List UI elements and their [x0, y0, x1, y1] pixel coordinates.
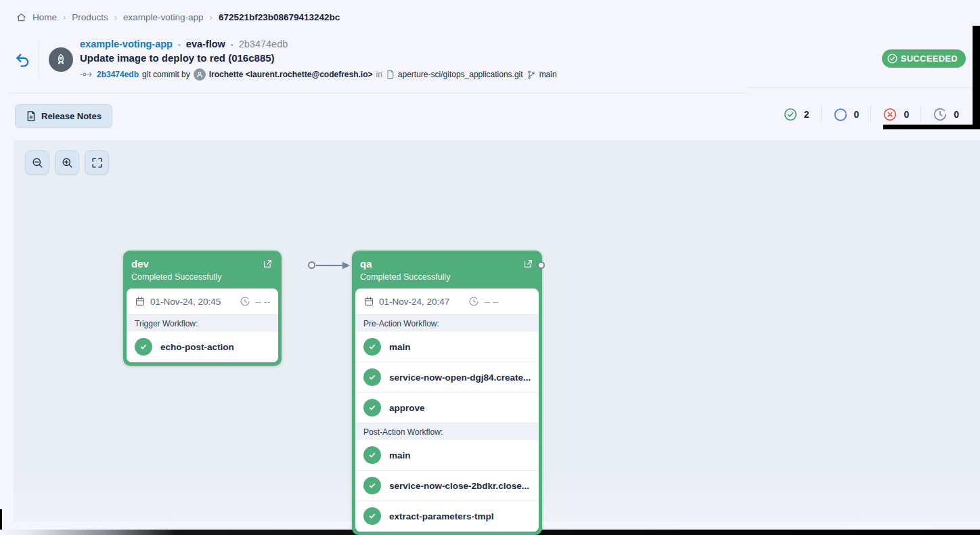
stage-date-row: 01-Nov-24, 20:45 -- --	[127, 288, 278, 315]
connector-dot[interactable]	[308, 261, 315, 269]
back-icon	[14, 51, 31, 69]
stage-sections: Trigger Workflow:echo-post-action	[127, 315, 278, 362]
check-circle-icon	[887, 53, 898, 64]
stage-sections: Pre-Action Workflow:mainservice-now-open…	[355, 315, 539, 532]
stage-node-dev[interactable]: dev Completed Successfully 01-Nov-24, 20…	[123, 251, 282, 366]
fit-view-icon	[91, 156, 104, 169]
flow-name: eva-flow	[186, 39, 225, 49]
back-button[interactable]	[14, 51, 31, 69]
workflow-item[interactable]: service-now-close-2bdkr.close...	[355, 471, 539, 501]
breadcrumb-products[interactable]: Products	[72, 12, 108, 22]
breadcrumb-separator: ›	[63, 12, 66, 22]
counter-failed[interactable]: 0	[871, 107, 920, 122]
stage-node-qa[interactable]: qa Completed Successfully 01-Nov-24, 20:…	[352, 251, 542, 535]
release-header-row: example-voting-app • eva-flow • 2b3474ed…	[80, 39, 557, 49]
breadcrumb-separator: ›	[210, 12, 213, 22]
commit-sha-link[interactable]: 2b3474edb	[97, 70, 139, 79]
author-avatar	[194, 68, 206, 81]
fit-view-button[interactable]	[85, 150, 109, 175]
check-circle-icon	[783, 107, 798, 122]
counter-value: 0	[954, 109, 959, 120]
stage-date: 01-Nov-24, 20:47	[379, 297, 449, 307]
clock-icon	[933, 107, 948, 122]
commit-repo[interactable]: aperture-sci/gitops_applications.git	[398, 70, 523, 79]
commit-in-label: in	[376, 70, 382, 79]
stage-name: qa	[360, 257, 534, 270]
workflow-item-label: approve	[389, 403, 425, 413]
workflow-section-label: Post-Action Workflow:	[355, 423, 539, 440]
app-link[interactable]: example-voting-app	[80, 39, 173, 49]
branch-icon	[527, 70, 536, 80]
workflow-item-label: main	[389, 450, 411, 461]
stage-node-header: qa Completed Successfully	[352, 251, 542, 288]
stage-node-body: 01-Nov-24, 20:47 -- -- Pre-Action Workfl…	[355, 288, 539, 532]
document-icon	[26, 110, 36, 122]
status-badge: SUCCEEDED	[882, 49, 966, 68]
dot-separator: •	[231, 41, 233, 49]
repo-icon	[386, 70, 395, 79]
workflow-item[interactable]: service-now-open-dgj84.create...	[355, 362, 539, 393]
check-circle-icon	[135, 338, 152, 356]
workflow-item-label: extract-parameters-tmpl	[389, 511, 494, 521]
check-circle-icon	[363, 446, 381, 464]
calendar-icon	[363, 296, 374, 307]
release-commit-short: 2b3474edb	[239, 39, 288, 49]
stage-duration: -- --	[255, 297, 270, 307]
workflow-item-label: service-now-open-dgj84.create...	[389, 372, 531, 383]
calendar-icon	[135, 296, 146, 307]
commit-author: lrochette <laurent.rochette@codefresh.io…	[209, 70, 373, 79]
stage-node-body: 01-Nov-24, 20:45 -- -- Trigger Workflow:…	[127, 288, 278, 362]
counter-value: 2	[804, 109, 809, 120]
commit-info-row: 2b3474edb git commit by lrochette <laure…	[80, 68, 557, 81]
check-circle-icon	[363, 477, 381, 494]
stage-node-header: dev Completed Successfully	[123, 251, 282, 288]
stage-duration: -- --	[484, 297, 499, 307]
workflow-item[interactable]: main	[355, 332, 539, 362]
workflow-item-label: echo-post-action	[160, 342, 234, 352]
workflow-item[interactable]: approve	[355, 393, 539, 423]
counter-pending[interactable]: 0	[921, 107, 971, 122]
check-circle-icon	[363, 399, 381, 416]
breadcrumb-app[interactable]: example-voting-app	[123, 12, 204, 22]
zoom-out-button[interactable]	[25, 150, 49, 175]
counter-running[interactable]: 0	[822, 107, 871, 122]
check-circle-icon	[363, 338, 381, 356]
zoom-in-button[interactable]	[55, 150, 79, 175]
breadcrumb-release-id: 672521bf23b08679413242bc	[219, 12, 340, 22]
canvas-zoom-controls	[25, 150, 109, 175]
user-avatar-icon	[196, 70, 204, 79]
counter-succeeded[interactable]: 2	[772, 107, 821, 122]
workflow-section-label: Trigger Workflow:	[127, 315, 278, 332]
error-circle-icon	[883, 107, 897, 122]
home-icon[interactable]	[16, 12, 26, 22]
breadcrumb-separator: ›	[114, 12, 117, 22]
workflow-item[interactable]: echo-post-action	[127, 332, 278, 362]
counter-value: 0	[854, 109, 860, 120]
commit-branch[interactable]: main	[539, 70, 557, 79]
clock-icon	[240, 296, 250, 307]
release-notes-label: Release Notes	[41, 111, 102, 121]
workflow-item[interactable]: main	[355, 440, 539, 471]
screen-artifact-right-bar	[883, 125, 980, 129]
workflow-section-label: Pre-Action Workflow:	[355, 315, 539, 332]
screen-artifact-right	[973, 26, 980, 129]
external-link-icon[interactable]	[262, 258, 273, 270]
section-divider	[9, 93, 748, 93]
stage-name: dev	[131, 257, 273, 270]
workflow-counters: 2 0 0 0	[772, 105, 971, 124]
release-avatar	[49, 47, 73, 72]
stage-status: Completed Successfully	[131, 272, 273, 282]
rocket-avatar-icon	[54, 53, 68, 66]
dot-separator: •	[178, 41, 181, 49]
connector-dot[interactable]	[537, 261, 545, 269]
workflow-item-label: service-now-close-2bdkr.close...	[389, 481, 529, 491]
release-title: Update image to deploy to red (016c885)	[80, 52, 557, 64]
workflow-item[interactable]: extract-parameters-tmpl	[355, 501, 539, 532]
workflow-item-label: main	[389, 342, 411, 352]
stage-date-row: 01-Nov-24, 20:47 -- --	[355, 288, 539, 315]
external-link-icon[interactable]	[522, 258, 534, 270]
release-notes-button[interactable]: Release Notes	[15, 104, 112, 128]
breadcrumb-home[interactable]: Home	[32, 12, 57, 22]
stage-status: Completed Successfully	[360, 272, 534, 282]
status-badge-label: SUCCEEDED	[901, 53, 958, 64]
